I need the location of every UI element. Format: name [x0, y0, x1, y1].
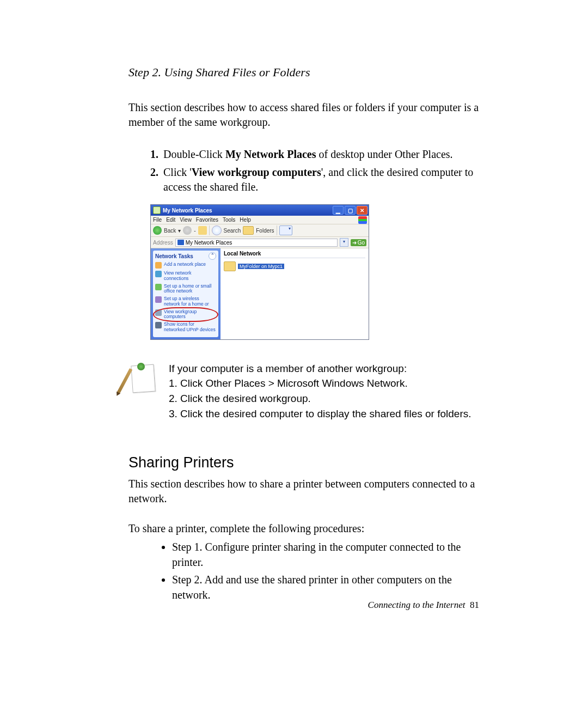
minimize-button[interactable]: ▁ [333, 206, 344, 215]
titlebar: My Network Places ▁ ▢ ✕ [151, 205, 369, 216]
task-label: Show icons for networked UPnP devices [164, 322, 216, 333]
tasks-panel: Network Tasks ⌃ Add a network place View… [153, 251, 218, 337]
up-icon[interactable] [198, 226, 207, 235]
toolbar: Back ▾ - Search Folders [151, 224, 369, 237]
addressbar: Address My Network Places ▾ ➜ Go [151, 237, 369, 248]
procedure-item: Step 2. Add and use the shared printer i… [172, 572, 479, 602]
address-field[interactable]: My Network Places [175, 239, 338, 247]
go-label: Go [358, 240, 365, 246]
search-icon[interactable] [212, 226, 222, 235]
section-heading: Sharing Printers [128, 454, 479, 471]
intro-paragraph: This section describes how to access sha… [128, 100, 479, 130]
group-header: Local Network [224, 251, 365, 258]
note-text: If your computer is a member of another … [169, 362, 471, 422]
window-body: Network Tasks ⌃ Add a network place View… [151, 248, 369, 339]
upnp-icon [155, 322, 162, 328]
address-value: My Network Places [186, 240, 232, 246]
task-label: Set up a home or small office network [164, 284, 216, 295]
address-label: Address [153, 240, 173, 246]
views-button[interactable] [279, 226, 292, 235]
shared-folder-icon [224, 261, 236, 271]
menu-favorites[interactable]: Favorites [196, 217, 218, 223]
window-title: My Network Places [163, 208, 212, 214]
location-icon [177, 240, 184, 245]
task-label: Add a network place [164, 262, 206, 267]
note-pencil-icon [128, 364, 159, 394]
app-icon [153, 206, 161, 214]
note-line: 2. Click the desired workgroup. [169, 392, 471, 406]
connections-icon [155, 271, 162, 277]
procedures-intro: To share a printer, complete the followi… [128, 521, 479, 536]
bold-text: View workgroup computers [192, 166, 321, 178]
separator [277, 226, 277, 235]
instruction-list: Double-Click My Network Places of deskto… [128, 147, 479, 194]
tasks-title: Network Tasks [155, 253, 193, 259]
folders-label[interactable]: Folders [256, 228, 274, 234]
menu-help[interactable]: Help [240, 217, 251, 223]
text: Click ' [163, 166, 192, 178]
go-button[interactable]: ➜ Go [351, 239, 366, 246]
task-label: View workgroup computers [164, 309, 216, 320]
note-block: If your computer is a member of another … [128, 362, 479, 422]
menu-file[interactable]: File [153, 217, 162, 223]
step-title: Step 2. Using Shared Files or Folders [128, 65, 479, 80]
task-label: Set up a wireless network for a home or [164, 296, 216, 307]
tasks-header: Network Tasks ⌃ [155, 252, 216, 261]
task-upnp-icons[interactable]: Show icons for networked UPnP devices [155, 321, 216, 334]
go-arrow-icon: ➜ [352, 240, 357, 246]
page-footer: Connecting to the Internet 81 [368, 600, 479, 611]
maximize-button[interactable]: ▢ [345, 206, 356, 215]
note-line: If your computer is a member of another … [169, 362, 471, 376]
close-button[interactable]: ✕ [357, 206, 367, 215]
procedure-item: Step 1. Configure printer sharing in the… [172, 539, 479, 570]
page-number: 81 [470, 600, 479, 610]
procedure-list: Step 1. Configure printer sharing in the… [128, 539, 479, 602]
windows-flag-icon [358, 216, 367, 224]
task-setup-wireless[interactable]: Set up a wireless network for a home or [155, 295, 216, 308]
wireless-icon [155, 296, 162, 303]
item-label: MyFolder on Mypc1 [238, 264, 284, 269]
screenshot-window: My Network Places ▁ ▢ ✕ File Edit View F… [150, 204, 369, 340]
dash: - [194, 228, 195, 234]
menu-view[interactable]: View [180, 217, 192, 223]
menu-tools[interactable]: Tools [223, 217, 235, 223]
instruction-item-1: Double-Click My Network Places of deskto… [161, 147, 479, 162]
address-dropdown[interactable]: ▾ [340, 238, 348, 247]
workgroup-icon [155, 309, 162, 316]
task-setup-home-network[interactable]: Set up a home or small office network [155, 283, 216, 296]
task-view-connections[interactable]: View network connections [155, 270, 216, 283]
collapse-icon[interactable]: ⌃ [209, 252, 216, 260]
forward-icon[interactable] [183, 226, 192, 235]
note-line: 3. Click the desired computer to display… [169, 407, 471, 421]
text: of desktop under Other Places. [316, 148, 453, 160]
add-place-icon [155, 262, 162, 269]
folders-icon[interactable] [243, 226, 254, 235]
text: Double-Click [163, 148, 225, 160]
footer-chapter: Connecting to the Internet [368, 600, 465, 610]
network-item[interactable]: MyFolder on Mypc1 [224, 261, 284, 271]
home-network-icon [155, 284, 162, 290]
document-page: Step 2. Using Shared Files or Folders Th… [0, 0, 588, 713]
main-pane: Local Network MyFolder on Mypc1 [220, 248, 369, 339]
sidebar: Network Tasks ⌃ Add a network place View… [151, 248, 220, 339]
search-label[interactable]: Search [224, 228, 241, 234]
task-add-network-place[interactable]: Add a network place [155, 261, 216, 270]
section-intro: This section describes how to share a pr… [128, 477, 479, 506]
instruction-item-2: Click 'View workgroup computers', and cl… [161, 165, 479, 194]
back-label[interactable]: Back [164, 228, 176, 234]
dropdown-arrow[interactable]: ▾ [178, 228, 181, 234]
back-icon[interactable] [153, 226, 162, 235]
task-view-workgroup[interactable]: View workgroup computers [155, 308, 216, 321]
menu-edit[interactable]: Edit [166, 217, 175, 223]
note-line: 1. Click Other Places > Microsoft Window… [169, 376, 471, 391]
separator [209, 226, 210, 235]
bold-text: My Network Places [225, 148, 316, 160]
menubar: File Edit View Favorites Tools Help [151, 216, 369, 224]
task-label: View network connections [164, 271, 216, 282]
